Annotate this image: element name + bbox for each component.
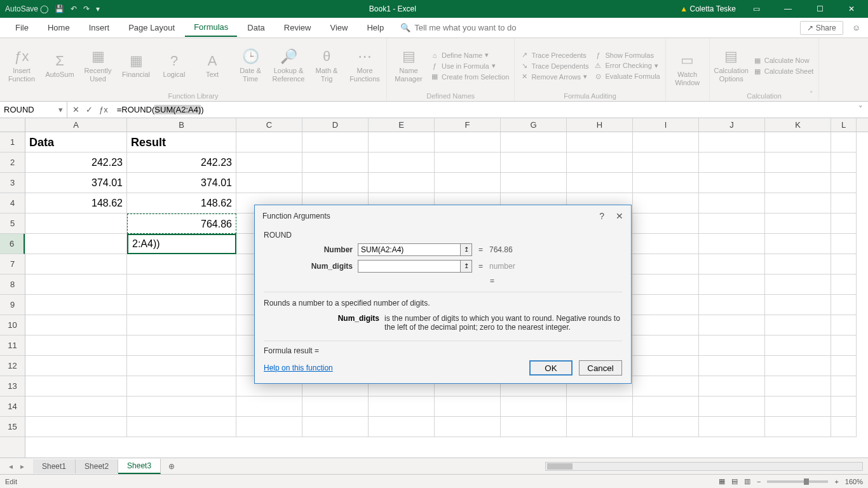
row-header[interactable]: 1	[0, 132, 25, 152]
close-icon[interactable]: ✕	[840, 4, 863, 13]
row-header[interactable]: 12	[0, 356, 25, 376]
cancel-button[interactable]: Cancel	[579, 360, 622, 376]
cell-B10[interactable]	[127, 315, 236, 336]
ok-button[interactable]: OK	[529, 360, 573, 376]
row-header[interactable]: 14	[0, 396, 25, 417]
save-icon[interactable]: 💾	[55, 4, 64, 13]
column-header[interactable]: L	[831, 118, 857, 132]
cell-D1[interactable]	[302, 132, 369, 152]
cell-J13[interactable]	[699, 376, 765, 396]
tell-me-search[interactable]: 🔍 Tell me what you want to do	[400, 23, 799, 32]
row-header[interactable]: 7	[0, 254, 25, 274]
cell-I11[interactable]	[633, 336, 699, 356]
error-checking-button[interactable]: ⚠Error Checking ▾	[593, 62, 660, 70]
column-header[interactable]: E	[369, 118, 435, 132]
trace-dependents-button[interactable]: ↘Trace Dependents	[520, 62, 588, 70]
cell-I3[interactable]	[633, 173, 699, 193]
date-time-button[interactable]: 🕒Date & Time	[234, 48, 267, 83]
cell-B9[interactable]	[127, 295, 236, 315]
name-box-input[interactable]	[4, 105, 48, 114]
cell-H14[interactable]	[567, 396, 633, 417]
sheet-nav-prev-icon[interactable]: ◂	[9, 462, 13, 471]
autosum-button[interactable]: ΣAutoSum	[43, 53, 76, 79]
minimize-icon[interactable]: —	[776, 4, 799, 13]
cell-K1[interactable]	[765, 132, 831, 152]
cell-I2[interactable]	[633, 152, 699, 173]
cell-J8[interactable]	[699, 274, 765, 295]
cell-A2[interactable]: 242.23	[25, 152, 127, 173]
row-header[interactable]: 9	[0, 295, 25, 315]
cell-B4[interactable]: 148.62	[127, 193, 236, 214]
cell-A13[interactable]	[25, 376, 127, 396]
collapse-dialog-icon[interactable]: ↥	[461, 260, 472, 273]
cell-A14[interactable]	[25, 396, 127, 417]
text-button[interactable]: AText	[196, 53, 229, 79]
remove-arrows-button[interactable]: ✕Remove Arrows ▾	[520, 72, 588, 81]
column-header[interactable]: C	[236, 118, 302, 132]
view-page-break-icon[interactable]: ▥	[744, 477, 750, 485]
cell-G1[interactable]	[501, 132, 567, 152]
cell-L14[interactable]	[831, 396, 857, 417]
row-header[interactable]: 15	[0, 417, 25, 437]
cell-I15[interactable]	[633, 417, 699, 437]
cell-L5[interactable]	[831, 214, 857, 234]
column-header[interactable]: G	[501, 118, 567, 132]
cell-B5[interactable]: 764.86	[127, 214, 236, 234]
cell-J1[interactable]	[699, 132, 765, 152]
cell-I13[interactable]	[633, 376, 699, 396]
redo-icon[interactable]: ↷	[83, 4, 90, 13]
cell-L3[interactable]	[831, 173, 857, 193]
cell-H3[interactable]	[567, 173, 633, 193]
cell-K6[interactable]	[765, 234, 831, 254]
cell-K13[interactable]	[765, 376, 831, 396]
collapse-ribbon-icon[interactable]: ˄	[810, 90, 813, 98]
tab-page-layout[interactable]: Page Layout	[119, 19, 184, 36]
arg-input-numdigits[interactable]	[358, 260, 461, 273]
cell-A6[interactable]	[25, 234, 127, 254]
cell-B1[interactable]: Result	[127, 132, 236, 152]
cell-L7[interactable]	[831, 254, 857, 274]
cell-A15[interactable]	[25, 417, 127, 437]
cell-B8[interactable]	[127, 274, 236, 295]
cell-K2[interactable]	[765, 152, 831, 173]
cell-C3[interactable]	[236, 173, 302, 193]
cell-H15[interactable]	[567, 417, 633, 437]
cell-I4[interactable]	[633, 193, 699, 214]
use-in-formula-button[interactable]: ƒUse in Formula ▾	[430, 62, 509, 70]
cell-F2[interactable]	[435, 152, 501, 173]
dialog-help-icon[interactable]: ?	[599, 211, 604, 221]
cell-D2[interactable]	[302, 152, 369, 173]
cell-I12[interactable]	[633, 356, 699, 376]
cell-D14[interactable]	[302, 396, 369, 417]
calc-sheet-button[interactable]: ▦Calculate Sheet	[753, 67, 814, 76]
column-header[interactable]: I	[633, 118, 699, 132]
calc-options-button[interactable]: ▤Calculation Options	[715, 48, 748, 83]
row-header[interactable]: 5	[0, 214, 25, 234]
cell-C1[interactable]	[236, 132, 302, 152]
cell-B15[interactable]	[127, 417, 236, 437]
tab-file[interactable]: File	[6, 19, 37, 36]
row-header[interactable]: 10	[0, 315, 25, 336]
cell-K8[interactable]	[765, 274, 831, 295]
cell-C2[interactable]	[236, 152, 302, 173]
cell-E2[interactable]	[369, 152, 435, 173]
evaluate-formula-button[interactable]: ⊙Evaluate Formula	[593, 72, 660, 81]
column-header[interactable]: D	[302, 118, 369, 132]
enter-formula-icon[interactable]: ✓	[86, 105, 93, 114]
column-header[interactable]: J	[699, 118, 765, 132]
cell-J7[interactable]	[699, 254, 765, 274]
cell-K5[interactable]	[765, 214, 831, 234]
cell-I1[interactable]	[633, 132, 699, 152]
math-trig-button[interactable]: θMath & Trig	[310, 48, 343, 83]
cell-E15[interactable]	[369, 417, 435, 437]
cell-A10[interactable]	[25, 315, 127, 336]
column-header[interactable]: B	[127, 118, 236, 132]
share-button[interactable]: ↗ Share	[800, 21, 843, 35]
zoom-out-icon[interactable]: −	[757, 478, 761, 485]
row-header[interactable]: 13	[0, 376, 25, 396]
column-header[interactable]: A	[25, 118, 127, 132]
tab-formulas[interactable]: Formulas	[185, 18, 237, 37]
zoom-slider[interactable]	[767, 480, 828, 483]
cell-E1[interactable]	[369, 132, 435, 152]
more-functions-button[interactable]: ⋯More Functions	[348, 48, 381, 83]
